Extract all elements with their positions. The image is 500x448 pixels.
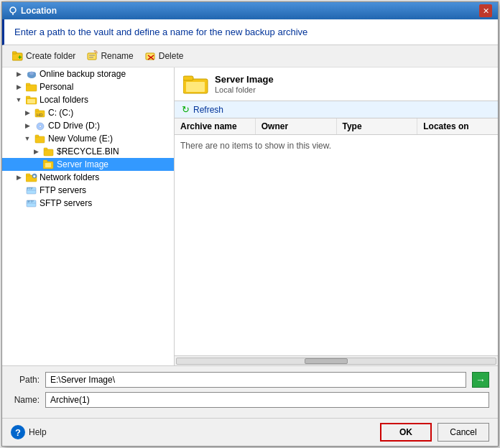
new-volume-icon [34, 134, 46, 144]
tree-item-recycle-bin[interactable]: ▶ $RECYCLE.BIN [2, 145, 174, 158]
svg-text:SFTP: SFTP [27, 200, 34, 203]
refresh-label: Refresh [193, 105, 223, 115]
cd-drive-icon [34, 121, 46, 131]
name-input[interactable] [45, 392, 489, 408]
svg-rect-34 [26, 174, 30, 176]
svg-point-15 [29, 72, 34, 75]
svg-rect-45 [186, 82, 205, 92]
tree-item-sftp-servers[interactable]: SFTP SFTP servers [2, 197, 174, 210]
c-drive-icon: HD [34, 108, 46, 118]
svg-rect-17 [26, 83, 30, 85]
dialog-icon [8, 6, 18, 16]
toolbar: + Create folder ✎ Rename Delete [2, 45, 498, 67]
svg-text:⬢: ⬢ [33, 174, 36, 178]
tree-item-server-image[interactable]: Server Image [2, 158, 174, 171]
svg-rect-3 [12, 52, 17, 54]
tree-item-ftp-servers[interactable]: FTP FTP servers [2, 184, 174, 197]
svg-text:HD: HD [37, 113, 43, 117]
rename-icon: ✎ [87, 50, 98, 62]
svg-text:+: + [18, 54, 22, 61]
table-header: Archive name Owner Type Locates on [175, 118, 498, 135]
name-row: Name: [11, 392, 489, 408]
svg-rect-28 [44, 149, 53, 156]
refresh-icon: ↻ [182, 104, 190, 115]
location-dialog: Location ✕ Enter a path to the vault and… [1, 1, 499, 447]
local-folders-icon [26, 95, 37, 105]
selected-item-name: Server Image [215, 74, 274, 85]
right-panel: Server Image Local folder ↻ Refresh Arch… [175, 67, 498, 365]
name-label: Name: [11, 395, 40, 405]
right-panel-header: Server Image Local folder [175, 67, 498, 101]
help-button[interactable]: ? Help [11, 425, 47, 439]
svg-rect-20 [27, 99, 35, 103]
svg-point-25 [40, 126, 42, 128]
tree-item-new-volume[interactable]: ▼ New Volume (E:) [2, 132, 174, 145]
svg-rect-19 [26, 96, 30, 98]
folder-icon [26, 82, 37, 92]
col-archive-name: Archive name [175, 118, 256, 134]
close-button[interactable]: ✕ [479, 4, 492, 17]
path-label: Path: [11, 375, 40, 385]
delete-button[interactable]: Delete [142, 49, 187, 63]
delete-icon [145, 50, 157, 62]
svg-rect-22 [35, 109, 39, 111]
right-panel-info: Server Image Local folder [215, 74, 274, 95]
create-folder-button[interactable]: + Create folder [9, 49, 78, 63]
svg-rect-29 [44, 148, 47, 150]
svg-rect-32 [45, 163, 51, 167]
svg-rect-26 [35, 136, 45, 143]
svg-rect-31 [43, 160, 47, 162]
help-label: Help [29, 427, 47, 437]
dialog-title: Location [21, 6, 57, 16]
path-go-button[interactable]: → [472, 372, 489, 388]
svg-rect-16 [26, 85, 37, 91]
svg-text:✎: ✎ [93, 50, 98, 55]
network-folders-icon: ⬢ [26, 172, 37, 182]
help-icon: ? [11, 425, 25, 439]
table-body: There are no items to show in this view. [175, 135, 498, 355]
recycle-bin-icon [43, 146, 55, 157]
col-locates-on: Locates on [417, 118, 498, 134]
selected-item-type: Local folder [215, 85, 256, 94]
horizontal-scrollbar[interactable] [175, 355, 498, 365]
header-banner: Enter a path to the vault and define a n… [2, 19, 498, 45]
create-folder-icon: + [12, 50, 24, 62]
refresh-bar[interactable]: ↻ Refresh [175, 101, 498, 118]
footer-buttons: OK Cancel [380, 423, 489, 442]
title-bar: Location ✕ [2, 2, 498, 19]
svg-point-0 [10, 7, 16, 13]
col-owner: Owner [256, 118, 337, 134]
col-type: Type [337, 118, 418, 134]
tree-panel: ▶ Online backup storage ▶ Personal [2, 67, 175, 365]
footer: ? Help OK Cancel [2, 418, 498, 446]
svg-text:FTP: FTP [27, 187, 33, 190]
path-row: Path: → [11, 372, 489, 388]
tree-item-network-folders[interactable]: ▶ ⬢ Network folders [2, 171, 174, 184]
main-content: ▶ Online backup storage ▶ Personal [2, 67, 498, 365]
selected-folder-icon [183, 73, 209, 95]
tree-item-online-backup[interactable]: ▶ Online backup storage [2, 67, 174, 80]
path-input[interactable] [45, 372, 466, 388]
tree-item-personal[interactable]: ▶ Personal [2, 80, 174, 93]
sftp-icon: SFTP [26, 198, 37, 208]
tree-item-cd-drive[interactable]: ▶ CD Drive (D:) [2, 119, 174, 132]
ftp-icon: FTP [26, 185, 37, 195]
empty-message: There are no items to show in this view. [180, 141, 331, 151]
tree-item-local-folders[interactable]: ▼ Local folders [2, 93, 174, 106]
cancel-button[interactable]: Cancel [438, 423, 489, 442]
tree-item-c-drive[interactable]: ▶ HD C: (C:) [2, 106, 174, 119]
rename-button[interactable]: ✎ Rename [84, 49, 136, 63]
svg-rect-44 [183, 76, 193, 80]
svg-rect-27 [35, 135, 39, 137]
server-image-icon [43, 159, 55, 169]
cloud-icon [26, 69, 37, 79]
bottom-section: Path: → Name: [2, 365, 498, 418]
ok-button[interactable]: OK [380, 423, 432, 442]
